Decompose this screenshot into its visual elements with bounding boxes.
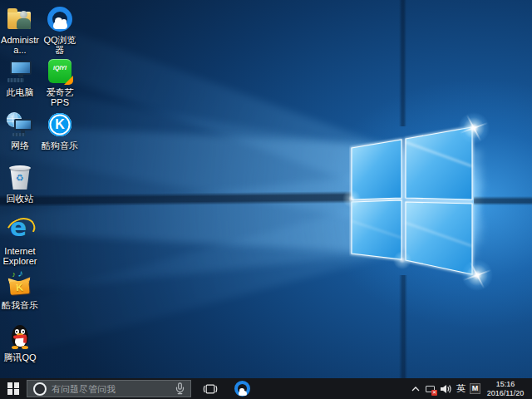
- wallpaper-shadow-band: [474, 196, 532, 205]
- desktop-icon-label: 酷我音乐: [0, 300, 40, 310]
- desktop-icon-label: Administra...: [0, 35, 40, 55]
- taskbar-qq-browser-button[interactable]: [228, 378, 256, 399]
- kuwo-icon: ♪ ♪ K: [6, 270, 34, 298]
- desktop-icon-label: 网络: [0, 140, 40, 150]
- windows-logo-wallpaper: [349, 123, 479, 278]
- desktop-icon-this-pc[interactable]: 此电脑: [0, 57, 40, 97]
- windows-logo-icon: [7, 382, 20, 395]
- clock-time: 15:16: [482, 380, 529, 389]
- network-status-icon[interactable]: ✕: [422, 378, 438, 399]
- search-box[interactable]: [27, 380, 191, 397]
- wallpaper-shadow-band: [399, 275, 407, 378]
- desktop-icon-internet-explorer[interactable]: e Internet Explorer: [0, 216, 40, 266]
- network-icon: [6, 111, 34, 139]
- chevron-up-icon: [411, 387, 420, 392]
- desktop-icon-label: QQ浏览器: [40, 35, 80, 55]
- cortana-icon: [33, 382, 47, 396]
- search-input[interactable]: [52, 384, 172, 394]
- desktop-icon-label: 爱奇艺PPS: [40, 87, 80, 107]
- desktop-icon-label: Internet Explorer: [0, 246, 40, 266]
- qq-browser-icon: [234, 381, 250, 397]
- desktop-icon-iqiyi-pps[interactable]: iQIYI 爱奇艺PPS: [40, 57, 80, 107]
- desktop-icon-qq-browser[interactable]: QQ浏览器: [40, 5, 80, 55]
- desktop-icon-network[interactable]: 网络: [0, 111, 40, 150]
- qq-browser-icon: [46, 5, 74, 33]
- desktop-icon-recycle-bin[interactable]: ♻ 回收站: [0, 164, 40, 204]
- microphone-icon[interactable]: [175, 382, 185, 395]
- show-hidden-icons-button[interactable]: [408, 378, 422, 399]
- clock[interactable]: 15:16 2016/11/20: [482, 380, 532, 397]
- user-folder-icon: [6, 5, 34, 33]
- system-tray: ✕ 英 M 15:16 2016/11/20: [408, 378, 532, 399]
- taskbar: ✕ 英 M 15:16 2016/11/20: [0, 378, 532, 399]
- volume-icon[interactable]: [438, 378, 454, 399]
- task-view-button[interactable]: [196, 378, 224, 399]
- desktop-icon-kuwo-music[interactable]: ♪ ♪ K 酷我音乐: [0, 270, 40, 310]
- ime-mode-badge[interactable]: M: [468, 378, 482, 399]
- clock-date: 2016/11/20: [482, 389, 529, 398]
- wallpaper-shadow-band: [0, 191, 352, 207]
- desktop-icon-label: 腾讯QQ: [0, 352, 40, 362]
- computer-icon: [6, 57, 34, 86]
- speaker-icon: [441, 384, 452, 394]
- desktop-icon-label: 此电脑: [0, 87, 40, 97]
- ime-language-indicator[interactable]: 英: [454, 378, 468, 399]
- task-view-icon: [203, 383, 218, 395]
- internet-explorer-icon: e: [6, 216, 34, 244]
- desktop-icon-kugou-music[interactable]: K 酷狗音乐: [40, 111, 80, 150]
- desktop-icon-label: 酷狗音乐: [40, 140, 80, 150]
- wallpaper: [0, 0, 532, 378]
- start-button[interactable]: [0, 378, 27, 399]
- recycle-bin-icon: ♻: [6, 164, 34, 192]
- desktop-icon-tencent-qq[interactable]: 腾讯QQ: [0, 323, 40, 362]
- windows-desktop: Administra... QQ浏览器 此电脑 iQIYI 爱奇艺PPS 网络: [0, 0, 532, 399]
- iqiyi-icon: iQIYI: [46, 57, 74, 86]
- desktop-icon-administrator[interactable]: Administra...: [0, 5, 40, 55]
- desktop-icon-label: 回收站: [0, 194, 40, 204]
- disconnected-x-badge: ✕: [431, 390, 437, 396]
- qq-penguin-icon: [6, 323, 34, 351]
- kugou-icon: K: [46, 111, 74, 139]
- wallpaper-shadow-band: [399, 0, 406, 126]
